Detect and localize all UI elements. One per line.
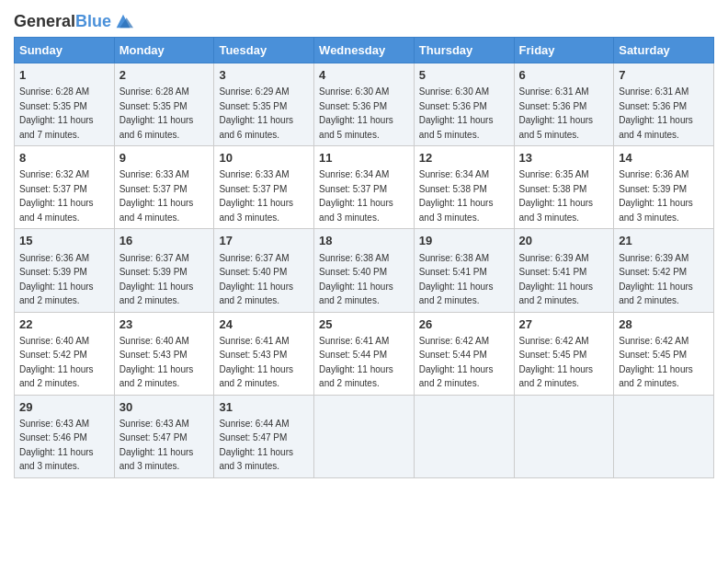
day-number: 3	[219, 67, 309, 84]
day-cell: 22Sunrise: 6:40 AMSunset: 5:42 PMDayligh…	[15, 312, 115, 395]
day-number: 24	[219, 316, 309, 333]
day-info: Sunrise: 6:41 AMSunset: 5:43 PMDaylight:…	[219, 336, 293, 389]
day-info: Sunrise: 6:31 AMSunset: 5:36 PMDaylight:…	[519, 86, 594, 140]
day-number: 6	[519, 67, 609, 84]
day-number: 12	[419, 150, 509, 167]
day-info: Sunrise: 6:42 AMSunset: 5:44 PMDaylight:…	[419, 336, 494, 389]
day-number: 13	[519, 150, 609, 167]
day-cell: 18Sunrise: 6:38 AMSunset: 5:40 PMDayligh…	[314, 229, 415, 312]
day-cell: 7Sunrise: 6:31 AMSunset: 5:36 PMDaylight…	[614, 63, 714, 146]
day-number: 11	[319, 150, 409, 167]
day-info: Sunrise: 6:37 AMSunset: 5:40 PMDaylight:…	[219, 253, 293, 306]
week-row-1: 1Sunrise: 6:28 AMSunset: 5:35 PMDaylight…	[15, 63, 714, 146]
day-number: 28	[619, 316, 709, 333]
week-row-2: 8Sunrise: 6:32 AMSunset: 5:37 PMDaylight…	[15, 146, 714, 229]
day-cell	[614, 395, 714, 477]
logo-icon	[113, 11, 133, 31]
day-cell: 15Sunrise: 6:36 AMSunset: 5:39 PMDayligh…	[15, 229, 115, 312]
day-cell: 25Sunrise: 6:41 AMSunset: 5:44 PMDayligh…	[314, 312, 415, 395]
day-info: Sunrise: 6:30 AMSunset: 5:36 PMDaylight:…	[419, 86, 494, 140]
day-cell: 5Sunrise: 6:30 AMSunset: 5:36 PMDaylight…	[414, 63, 514, 146]
day-info: Sunrise: 6:40 AMSunset: 5:43 PMDaylight:…	[119, 336, 194, 389]
day-info: Sunrise: 6:32 AMSunset: 5:37 PMDaylight:…	[19, 169, 94, 223]
day-info: Sunrise: 6:41 AMSunset: 5:44 PMDaylight:…	[319, 336, 393, 389]
day-cell: 14Sunrise: 6:36 AMSunset: 5:39 PMDayligh…	[614, 146, 714, 229]
header-tuesday: Tuesday	[214, 38, 314, 63]
day-info: Sunrise: 6:30 AMSunset: 5:36 PMDaylight:…	[319, 86, 393, 140]
day-info: Sunrise: 6:42 AMSunset: 5:45 PMDaylight:…	[519, 336, 594, 389]
day-number: 23	[119, 316, 210, 333]
day-info: Sunrise: 6:39 AMSunset: 5:42 PMDaylight:…	[619, 253, 693, 306]
day-info: Sunrise: 6:34 AMSunset: 5:38 PMDaylight:…	[419, 169, 494, 223]
day-info: Sunrise: 6:28 AMSunset: 5:35 PMDaylight:…	[19, 86, 94, 140]
day-number: 5	[419, 67, 509, 84]
header-thursday: Thursday	[414, 38, 514, 63]
day-number: 21	[619, 233, 709, 249]
day-cell: 11Sunrise: 6:34 AMSunset: 5:37 PMDayligh…	[314, 146, 415, 229]
day-cell: 26Sunrise: 6:42 AMSunset: 5:44 PMDayligh…	[414, 312, 514, 395]
day-number: 15	[19, 233, 109, 249]
day-cell: 2Sunrise: 6:28 AMSunset: 5:35 PMDaylight…	[114, 63, 214, 146]
header-saturday: Saturday	[614, 38, 714, 63]
week-row-5: 29Sunrise: 6:43 AMSunset: 5:46 PMDayligh…	[15, 395, 714, 477]
day-number: 30	[119, 399, 210, 416]
day-cell: 28Sunrise: 6:42 AMSunset: 5:45 PMDayligh…	[614, 312, 714, 395]
day-number: 17	[219, 233, 309, 249]
day-info: Sunrise: 6:34 AMSunset: 5:37 PMDaylight:…	[319, 169, 393, 223]
day-cell	[514, 395, 614, 477]
day-info: Sunrise: 6:44 AMSunset: 5:47 PMDaylight:…	[219, 419, 293, 472]
day-number: 20	[519, 233, 609, 249]
day-info: Sunrise: 6:37 AMSunset: 5:39 PMDaylight:…	[119, 253, 194, 306]
day-number: 22	[19, 316, 109, 333]
header-sunday: Sunday	[15, 38, 115, 63]
day-number: 1	[19, 67, 109, 84]
header-friday: Friday	[514, 38, 614, 63]
day-number: 25	[319, 316, 409, 333]
day-cell: 19Sunrise: 6:38 AMSunset: 5:41 PMDayligh…	[414, 229, 514, 312]
day-number: 10	[219, 150, 309, 167]
day-cell: 10Sunrise: 6:33 AMSunset: 5:37 PMDayligh…	[214, 146, 314, 229]
logo: GeneralBlue	[14, 13, 133, 31]
day-cell: 4Sunrise: 6:30 AMSunset: 5:36 PMDaylight…	[314, 63, 415, 146]
day-cell	[314, 395, 415, 477]
day-info: Sunrise: 6:33 AMSunset: 5:37 PMDaylight:…	[119, 169, 194, 223]
header-wednesday: Wednesday	[314, 38, 415, 63]
calendar-table: SundayMondayTuesdayWednesdayThursdayFrid…	[14, 37, 714, 478]
day-number: 31	[219, 399, 309, 416]
day-cell: 1Sunrise: 6:28 AMSunset: 5:35 PMDaylight…	[15, 63, 115, 146]
day-info: Sunrise: 6:43 AMSunset: 5:46 PMDaylight:…	[19, 419, 94, 472]
day-info: Sunrise: 6:31 AMSunset: 5:36 PMDaylight:…	[619, 86, 693, 140]
day-cell: 3Sunrise: 6:29 AMSunset: 5:35 PMDaylight…	[214, 63, 314, 146]
day-cell: 21Sunrise: 6:39 AMSunset: 5:42 PMDayligh…	[614, 229, 714, 312]
day-cell: 8Sunrise: 6:32 AMSunset: 5:37 PMDaylight…	[15, 146, 115, 229]
day-cell	[414, 395, 514, 477]
day-number: 18	[319, 233, 409, 249]
header-row: SundayMondayTuesdayWednesdayThursdayFrid…	[15, 38, 714, 63]
day-info: Sunrise: 6:33 AMSunset: 5:37 PMDaylight:…	[219, 169, 293, 223]
logo-text: GeneralBlue	[14, 13, 111, 31]
day-cell: 9Sunrise: 6:33 AMSunset: 5:37 PMDaylight…	[114, 146, 214, 229]
day-info: Sunrise: 6:35 AMSunset: 5:38 PMDaylight:…	[519, 169, 594, 223]
day-cell: 31Sunrise: 6:44 AMSunset: 5:47 PMDayligh…	[214, 395, 314, 477]
day-cell: 30Sunrise: 6:43 AMSunset: 5:47 PMDayligh…	[114, 395, 214, 477]
day-cell: 16Sunrise: 6:37 AMSunset: 5:39 PMDayligh…	[114, 229, 214, 312]
day-info: Sunrise: 6:29 AMSunset: 5:35 PMDaylight:…	[219, 86, 293, 140]
day-number: 8	[19, 150, 109, 167]
day-number: 26	[419, 316, 509, 333]
day-info: Sunrise: 6:42 AMSunset: 5:45 PMDaylight:…	[619, 336, 693, 389]
day-cell: 12Sunrise: 6:34 AMSunset: 5:38 PMDayligh…	[414, 146, 514, 229]
day-info: Sunrise: 6:43 AMSunset: 5:47 PMDaylight:…	[119, 419, 194, 472]
day-cell: 29Sunrise: 6:43 AMSunset: 5:46 PMDayligh…	[15, 395, 115, 477]
day-number: 27	[519, 316, 609, 333]
day-number: 7	[619, 67, 709, 84]
day-cell: 20Sunrise: 6:39 AMSunset: 5:41 PMDayligh…	[514, 229, 614, 312]
day-number: 19	[419, 233, 509, 249]
day-number: 29	[19, 399, 109, 416]
day-number: 9	[119, 150, 210, 167]
day-cell: 24Sunrise: 6:41 AMSunset: 5:43 PMDayligh…	[214, 312, 314, 395]
week-row-3: 15Sunrise: 6:36 AMSunset: 5:39 PMDayligh…	[15, 229, 714, 312]
day-info: Sunrise: 6:38 AMSunset: 5:41 PMDaylight:…	[419, 253, 494, 306]
day-info: Sunrise: 6:39 AMSunset: 5:41 PMDaylight:…	[519, 253, 594, 306]
day-info: Sunrise: 6:28 AMSunset: 5:35 PMDaylight:…	[119, 86, 194, 140]
week-row-4: 22Sunrise: 6:40 AMSunset: 5:42 PMDayligh…	[15, 312, 714, 395]
